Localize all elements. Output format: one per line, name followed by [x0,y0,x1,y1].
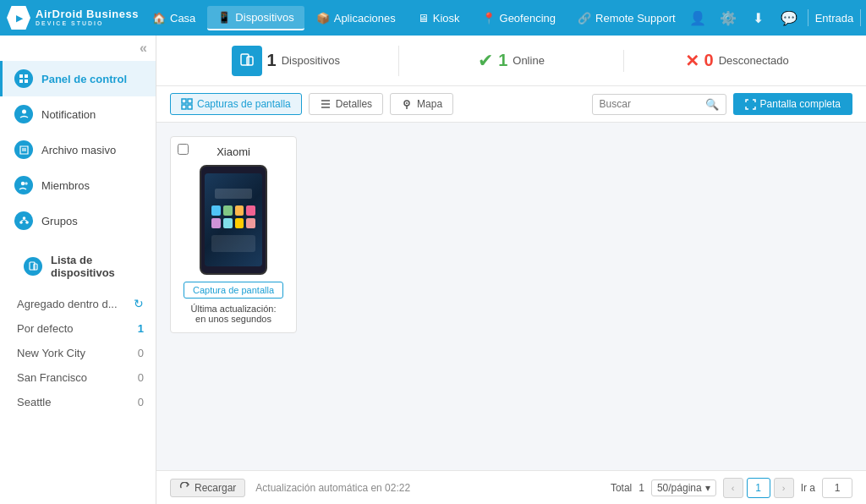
apps-icon: 📦 [316,12,330,25]
nav-casa[interactable]: 🏠 Casa [142,7,206,30]
svg-point-29 [406,102,408,104]
group-seattle[interactable]: Seattle 0 [0,390,156,414]
device-list-section: Lista de dispositivos [0,238,156,291]
svg-rect-6 [25,79,28,83]
auto-update-text: Actualización automática en 02:22 [255,482,410,494]
capture-button[interactable]: Captura de pantalla [184,282,283,299]
bottom-bar: Recargar Actualización automática en 02:… [156,470,866,504]
download-icon[interactable]: ⬇ [747,6,770,30]
sidebar-item-panel[interactable]: Panel de control [0,61,156,96]
phone-content [205,184,262,257]
devices-total-icon [232,46,262,76]
nav-dispositivos[interactable]: 📱 Dispositivos [207,6,304,30]
stat-offline: ✕ 0 Desconectado [624,51,849,71]
remote-support-icon: 🔗 [578,12,591,25]
nav-dispositivos-label: Dispositivos [235,11,293,24]
group-san-francisco[interactable]: San Francisco 0 [0,365,156,390]
archivo-icon [14,140,33,159]
nav-casa-label: Casa [170,12,195,25]
update-label: Última actualización: [191,304,277,314]
nav-geofencing[interactable]: 📍 Geofencing [472,7,567,30]
home-icon: 🏠 [152,12,166,25]
kiosk-icon: 🖥 [418,12,429,25]
nav-geofencing-label: Geofencing [500,12,556,25]
svg-point-7 [22,109,26,113]
search-icon: 🔍 [705,98,719,111]
phone-app-7 [235,218,244,228]
page-nav: ‹ 1 › [723,478,794,498]
device-checkbox[interactable] [178,144,189,155]
svg-rect-4 [25,74,28,78]
reload-icon [179,482,190,493]
x-icon: ✕ [685,51,699,71]
goto-label: Ir a [801,482,815,494]
sidebar-notification-label: Notification [41,108,96,121]
fullscreen-button[interactable]: Pantalla completa [733,93,852,115]
sidebar-item-grupos[interactable]: Grupos [0,203,156,238]
group-por-defecto[interactable]: Por defecto 1 [0,316,156,341]
nav-kiosk[interactable]: 🖥 Kiosk [408,7,470,30]
nav-items: 🏠 Casa 📱 Dispositivos 📦 Aplicaciones 🖥 K… [142,6,686,30]
group-seattle-label: Seattle [17,396,51,408]
phone-app-6 [223,218,233,228]
per-page-select[interactable]: 50/página ▾ [651,479,716,496]
reload-label: Recargar [195,482,236,494]
phone-app-2 [223,205,233,216]
collapse-button[interactable]: « [140,41,147,56]
goto-input[interactable] [822,478,852,498]
svg-point-14 [25,221,29,224]
stat-offline-count: 0 [704,51,714,70]
entrada-button[interactable]: Entrada [815,12,854,25]
nav-divider-2 [860,9,861,26]
screenshots-button[interactable]: Capturas de pantalla [170,93,302,115]
nav-aplicaciones[interactable]: 📦 Aplicaciones [306,7,406,30]
sidebar: « Panel de control Notification Archivo … [0,36,156,504]
group-new-york[interactable]: New York City 0 [0,341,156,365]
settings-icon[interactable]: ⚙️ [716,6,740,30]
sidebar-item-miembros[interactable]: Miembros [0,167,156,203]
refresh-icon[interactable]: ↻ [134,297,144,310]
nav-remote-support[interactable]: 🔗 Remote Support [567,7,686,30]
messages-icon[interactable]: 💬 [777,6,801,30]
pagination: Total 1 50/página ▾ ‹ 1 › Ir a [611,478,852,498]
device-list-title: Lista de dispositivos [51,254,132,279]
device-screenshot [200,165,267,275]
svg-point-12 [22,216,25,220]
main-layout: « Panel de control Notification Archivo … [0,36,866,504]
sidebar-item-archivo[interactable]: Archivo masivo [0,132,156,167]
reload-button[interactable]: Recargar [170,479,245,497]
group-san-francisco-label: San Francisco [17,371,87,384]
geofencing-icon: 📍 [482,12,496,25]
nav-remote-support-label: Remote Support [595,12,676,25]
stat-total-label: Dispositivos [282,54,340,67]
stat-total: 1 Dispositivos [173,46,399,76]
map-icon [401,98,413,110]
svg-rect-22 [188,99,192,103]
phone-app-5 [211,218,221,228]
svg-point-10 [20,181,24,184]
device-grid: Xiaomi [156,123,866,470]
logo-text: AirDroid Business DEVICE STUDIO [36,8,139,27]
sidebar-item-notification[interactable]: Notification [0,96,156,132]
stat-online-count: 1 [498,51,507,70]
devices-nav-icon: 📱 [217,11,231,24]
users-icon[interactable]: 👤 [686,6,710,30]
grupos-icon [14,211,33,230]
search-input[interactable] [600,98,701,110]
map-button[interactable]: Mapa [390,93,453,115]
svg-line-15 [21,219,25,220]
group-agregado[interactable]: Agregado dentro d... ↻ [0,291,156,316]
next-page-button[interactable]: › [774,478,794,498]
screenshots-icon [181,98,193,110]
prev-page-button[interactable]: ‹ [723,478,743,498]
logo: AirDroid Business DEVICE STUDIO [7,6,142,30]
device-list-header[interactable]: Lista de dispositivos [12,245,144,288]
details-button[interactable]: Detalles [309,93,383,115]
logo-sub-text: DEVICE STUDIO [36,20,139,27]
group-agregado-label: Agregado dentro d... [17,298,118,310]
svg-point-11 [25,182,28,185]
svg-rect-18 [34,264,37,270]
per-page-chevron: ▾ [705,482,710,494]
details-icon [320,98,332,110]
sidebar-grupos-label: Grupos [41,215,78,227]
